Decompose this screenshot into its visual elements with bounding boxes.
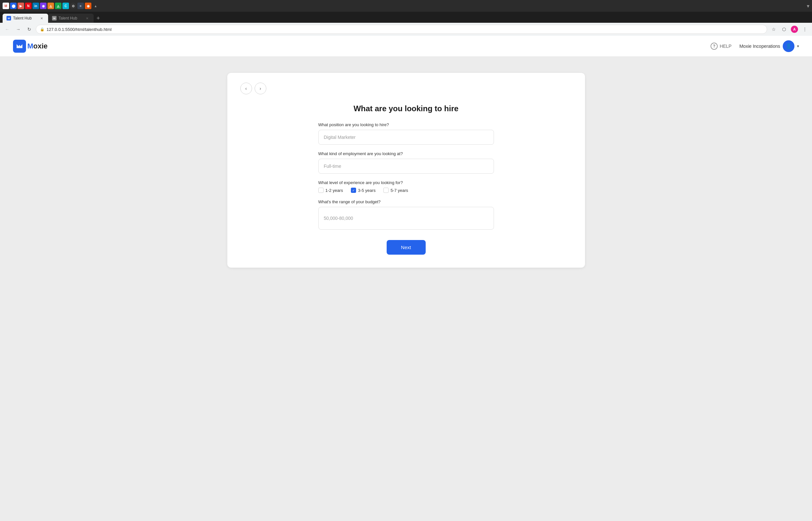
ext-orange-icon[interactable]: ◬ — [47, 3, 54, 9]
form-card: ‹ › What are you looking to hire What po… — [227, 73, 585, 268]
browser-tab-active[interactable]: M Talent Hub ✕ — [3, 14, 48, 23]
checkbox-check-icon: ✓ — [352, 189, 355, 192]
browser-chrome: M ⬤ ▶ N in ◉ ◬ ◬ C ⊙ ≡ ◉ ▲ ▾ M Talent Hu… — [0, 0, 812, 36]
browser-menu-icon[interactable]: ▾ — [807, 3, 809, 9]
tab-close-2[interactable]: ✕ — [85, 16, 90, 21]
new-tab-button[interactable]: + — [94, 14, 103, 23]
position-input[interactable] — [318, 130, 494, 145]
ext-cyan-icon[interactable]: C — [63, 3, 69, 9]
ext-linkedin-icon[interactable]: in — [32, 3, 39, 9]
experience-option-2[interactable]: ✓ 3-5 years — [351, 188, 376, 193]
ext-gmail-icon[interactable]: M — [3, 3, 9, 9]
bookmark-button[interactable]: ☆ — [769, 25, 778, 34]
help-label: HELP — [720, 44, 732, 49]
app-wrapper: Moxie ? HELP Moxie Incoperations 👤 ▾ — [0, 36, 812, 521]
form-container: What are you looking to hire What positi… — [318, 104, 494, 255]
ext-blue1-icon[interactable]: ⬤ — [10, 3, 17, 9]
header-right: ? HELP Moxie Incoperations 👤 ▾ — [711, 40, 799, 52]
browser-tabs: M Talent Hub ✕ M Talent Hub ✕ + — [0, 12, 812, 23]
extensions-button[interactable]: ⬡ — [780, 25, 789, 34]
more-button[interactable]: ⋮ — [800, 25, 809, 34]
next-button[interactable]: Next — [387, 240, 426, 255]
ext-github-icon[interactable]: ⊙ — [70, 3, 76, 9]
ext-red-icon[interactable]: ◉ — [85, 3, 91, 9]
budget-label: What's the range of your budget? — [318, 199, 494, 204]
employment-input[interactable] — [318, 159, 494, 174]
back-button[interactable]: ← — [3, 25, 12, 34]
employment-label: What kind of employment are you looking … — [318, 151, 494, 156]
chevron-down-icon: ▾ — [797, 44, 799, 48]
logo-text: Moxie — [27, 42, 47, 50]
prev-arrow-button[interactable]: ‹ — [240, 83, 252, 94]
employment-group: What kind of employment are you looking … — [318, 151, 494, 174]
url-text: 127.0.0.1:5500/html/talenthub.html — [47, 27, 112, 32]
logo-icon — [13, 40, 26, 53]
checkbox-label-3-5years: 3-5 years — [358, 188, 376, 193]
checkbox-1-2years[interactable] — [318, 188, 324, 193]
checkbox-5-7years[interactable] — [384, 188, 389, 193]
experience-label: What level of experience are you looking… — [318, 180, 494, 185]
experience-options: 1-2 years ✓ 3-5 years 5-7 years — [318, 188, 494, 193]
checkbox-3-5years[interactable]: ✓ — [351, 188, 356, 193]
nav-right-icons: ☆ ⬡ A ⋮ — [769, 25, 809, 34]
next-arrow-button[interactable]: › — [255, 83, 266, 94]
prev-arrow-icon: ‹ — [245, 86, 247, 91]
nav-arrows: ‹ › — [240, 83, 572, 94]
browser-tab-inactive[interactable]: M Talent Hub ✕ — [48, 14, 94, 23]
tab-label-2: Talent Hub — [59, 16, 77, 21]
position-group: What position are you looking to hire? — [318, 122, 494, 145]
ext-icon3[interactable]: ▶ — [18, 3, 24, 9]
user-avatar: 👤 — [783, 40, 794, 52]
form-title: What are you looking to hire — [318, 104, 494, 113]
user-name: Moxie Incoperations — [740, 44, 780, 49]
profile-button[interactable]: A — [790, 25, 799, 34]
ext-arrow-icon[interactable]: ▲ — [92, 3, 99, 9]
ext-dark-icon[interactable]: ≡ — [77, 3, 84, 9]
tab-favicon-1: M — [6, 16, 11, 21]
avatar-icon: 👤 — [785, 43, 792, 49]
user-info[interactable]: Moxie Incoperations 👤 ▾ — [740, 40, 799, 52]
checkbox-label-5-7years: 5-7 years — [391, 188, 408, 193]
tab-label-1: Talent Hub — [13, 16, 31, 21]
tab-favicon-2: M — [52, 16, 56, 21]
tab-close-1[interactable]: ✕ — [39, 16, 44, 21]
position-label: What position are you looking to hire? — [318, 122, 494, 127]
forward-button[interactable]: → — [14, 25, 23, 34]
reload-button[interactable]: ↻ — [25, 25, 34, 34]
browser-nav: ← → ↻ 🔒 127.0.0.1:5500/html/talenthub.ht… — [0, 23, 812, 36]
extension-icons: M ⬤ ▶ N in ◉ ◬ ◬ C ⊙ ≡ ◉ ▲ — [3, 3, 806, 9]
ext-netflix-icon[interactable]: N — [25, 3, 31, 9]
experience-option-3[interactable]: 5-7 years — [384, 188, 408, 193]
experience-option-1[interactable]: 1-2 years — [318, 188, 343, 193]
help-icon: ? — [711, 43, 718, 50]
app-header: Moxie ? HELP Moxie Incoperations 👤 ▾ — [0, 36, 812, 56]
main-content: ‹ › What are you looking to hire What po… — [0, 56, 812, 521]
checkbox-label-1-2years: 1-2 years — [326, 188, 343, 193]
ext-green-icon[interactable]: ◬ — [55, 3, 62, 9]
ssl-lock-icon: 🔒 — [40, 27, 45, 31]
browser-toolbar-top: M ⬤ ▶ N in ◉ ◬ ◬ C ⊙ ≡ ◉ ▲ ▾ — [0, 0, 812, 12]
help-button[interactable]: ? HELP — [711, 43, 732, 50]
ext-purple-icon[interactable]: ◉ — [40, 3, 47, 9]
next-arrow-icon: › — [259, 86, 261, 91]
logo: Moxie — [13, 40, 47, 53]
experience-group: What level of experience are you looking… — [318, 180, 494, 193]
budget-group: What's the range of your budget? — [318, 199, 494, 230]
address-bar[interactable]: 🔒 127.0.0.1:5500/html/talenthub.html — [36, 25, 767, 34]
budget-input[interactable] — [318, 207, 494, 230]
